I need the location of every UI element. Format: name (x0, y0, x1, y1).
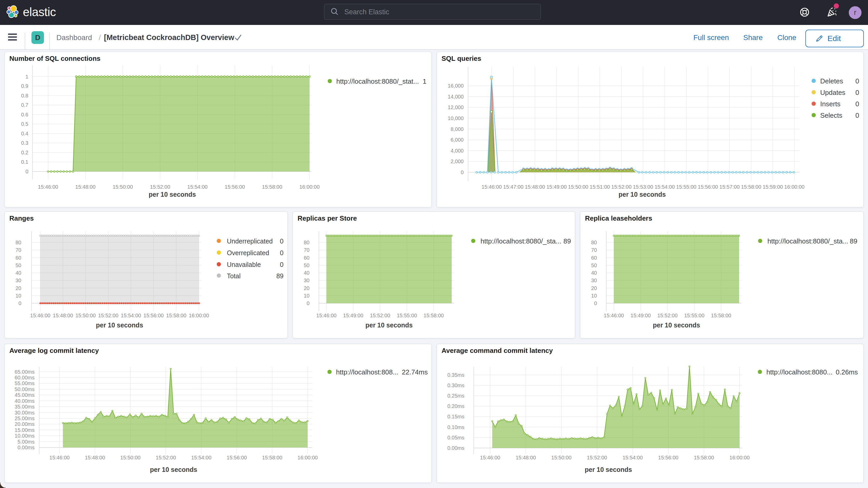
svg-text:15:55:00: 15:55:00 (397, 313, 417, 318)
svg-text:15:56:00: 15:56:00 (227, 455, 247, 460)
svg-text:22.74ms: 22.74ms (402, 368, 428, 376)
svg-text:15:52:00: 15:52:00 (98, 313, 119, 318)
svg-text:Unavailable: Unavailable (227, 261, 261, 268)
svg-text:per 10 seconds: per 10 seconds (149, 191, 196, 198)
svg-text:15:48:00: 15:48:00 (85, 455, 105, 460)
svg-text:0.15ms: 0.15ms (447, 414, 464, 419)
svg-text:15:50:00: 15:50:00 (113, 184, 133, 190)
svg-text:25.00ms: 25.00ms (14, 416, 35, 421)
svg-text:http://localhost:808...: http://localhost:808... (336, 368, 398, 376)
svg-text:15:49:00: 15:49:00 (630, 313, 651, 318)
svg-text:15:58:00: 15:58:00 (166, 313, 186, 318)
svg-text:15:54:00: 15:54:00 (655, 184, 675, 190)
svg-text:0.1: 0.1 (21, 159, 28, 165)
svg-text:15:47:00: 15:47:00 (503, 184, 523, 190)
svg-text:20.00ms: 20.00ms (14, 421, 35, 427)
svg-text:0.30ms: 0.30ms (447, 383, 464, 388)
svg-text:Selects: Selects (820, 112, 842, 119)
svg-text:15:56:00: 15:56:00 (698, 184, 718, 190)
svg-text:0.9: 0.9 (21, 83, 28, 89)
svg-text:15.00ms: 15.00ms (14, 427, 35, 433)
svg-text:16:00:00: 16:00:00 (189, 313, 209, 318)
svg-text:60: 60 (16, 255, 21, 261)
svg-text:per 10 seconds: per 10 seconds (150, 466, 197, 473)
svg-text:16:00:00: 16:00:00 (299, 184, 320, 190)
svg-text:per 10 seconds: per 10 seconds (619, 191, 666, 198)
svg-text:Total: Total (227, 272, 241, 280)
svg-text:0: 0 (307, 300, 310, 306)
svg-text:http://localhost:8080/_sta...: http://localhost:8080/_sta... (768, 237, 848, 245)
svg-text:15:54:00: 15:54:00 (622, 455, 643, 460)
svg-text:15:50:00: 15:50:00 (75, 313, 96, 318)
svg-text:16:00:00: 16:00:00 (298, 455, 318, 460)
svg-text:per 10 seconds: per 10 seconds (365, 322, 413, 329)
svg-text:15:58:00: 15:58:00 (424, 313, 444, 318)
svg-text:0: 0 (19, 300, 21, 306)
svg-text:Overreplicated: Overreplicated (227, 249, 269, 256)
svg-text:0: 0 (280, 238, 283, 245)
svg-text:50.00ms: 50.00ms (14, 387, 35, 392)
svg-text:15:56:00: 15:56:00 (658, 455, 679, 460)
svg-text:15:46:00: 15:46:00 (482, 184, 502, 190)
svg-text:per 10 seconds: per 10 seconds (96, 322, 143, 329)
svg-text:15:58:00: 15:58:00 (741, 184, 761, 190)
svg-text:0: 0 (856, 89, 859, 96)
svg-text:0.6: 0.6 (21, 112, 28, 118)
svg-text:15:46:00: 15:46:00 (480, 455, 500, 460)
svg-text:http://localhost:8080/_sta...: http://localhost:8080/_sta... (480, 237, 561, 245)
svg-text:35.00ms: 35.00ms (14, 404, 35, 409)
svg-text:15:46:00: 15:46:00 (38, 184, 58, 190)
svg-text:0: 0 (856, 100, 859, 108)
svg-text:60: 60 (591, 255, 597, 261)
svg-text:6,000: 6,000 (451, 137, 464, 143)
svg-text:30: 30 (304, 277, 310, 283)
svg-text:45.00ms: 45.00ms (14, 392, 35, 398)
svg-text:15:46:00: 15:46:00 (316, 313, 337, 318)
svg-text:15:58:00: 15:58:00 (711, 313, 731, 318)
svg-text:15:56:00: 15:56:00 (144, 313, 164, 318)
svg-text:15:54:00: 15:54:00 (121, 313, 141, 318)
svg-text:Deletes: Deletes (820, 77, 843, 85)
svg-text:0.2: 0.2 (21, 150, 28, 155)
svg-text:0.3: 0.3 (21, 140, 28, 146)
svg-text:30: 30 (16, 277, 21, 283)
svg-text:0.10ms: 0.10ms (447, 424, 464, 430)
svg-text:50: 50 (304, 263, 310, 268)
svg-text:50: 50 (591, 263, 597, 268)
svg-text:Updates: Updates (820, 89, 845, 96)
svg-text:1: 1 (26, 74, 28, 80)
svg-text:per 10 seconds: per 10 seconds (585, 466, 632, 473)
svg-text:0.20ms: 0.20ms (447, 403, 464, 409)
svg-text:89: 89 (276, 272, 283, 280)
svg-text:0.00ms: 0.00ms (18, 445, 35, 450)
svg-text:0: 0 (26, 169, 28, 174)
svg-text:15:52:00: 15:52:00 (657, 313, 678, 318)
svg-text:15:56:00: 15:56:00 (225, 184, 245, 190)
svg-text:15:49:00: 15:49:00 (547, 184, 567, 190)
svg-text:0.35ms: 0.35ms (447, 372, 464, 378)
svg-text:60: 60 (304, 255, 310, 261)
svg-text:0.05ms: 0.05ms (447, 435, 464, 440)
svg-text:1: 1 (423, 78, 427, 85)
svg-text:15:50:00: 15:50:00 (568, 184, 588, 190)
svg-text:15:58:00: 15:58:00 (262, 455, 282, 460)
svg-text:0.26ms: 0.26ms (836, 368, 858, 376)
svg-text:8,000: 8,000 (451, 126, 464, 132)
svg-text:80: 80 (304, 240, 310, 245)
svg-text:40: 40 (16, 270, 21, 276)
svg-text:4,000: 4,000 (451, 148, 464, 154)
svg-text:0: 0 (856, 112, 859, 119)
svg-text:15:48:00: 15:48:00 (516, 455, 536, 460)
svg-text:40: 40 (591, 270, 597, 276)
svg-text:0.7: 0.7 (21, 102, 28, 108)
svg-text:70: 70 (304, 247, 310, 253)
svg-text:15:59:00: 15:59:00 (763, 184, 783, 190)
svg-text:0.5: 0.5 (21, 121, 28, 127)
svg-text:10: 10 (591, 293, 597, 299)
svg-text:0: 0 (280, 249, 283, 256)
svg-text:70: 70 (16, 247, 21, 253)
svg-text:55.00ms: 55.00ms (14, 380, 35, 386)
svg-text:16:00:00: 16:00:00 (784, 184, 805, 190)
svg-text:65.00ms: 65.00ms (14, 369, 35, 375)
svg-text:15:57:00: 15:57:00 (719, 184, 740, 190)
